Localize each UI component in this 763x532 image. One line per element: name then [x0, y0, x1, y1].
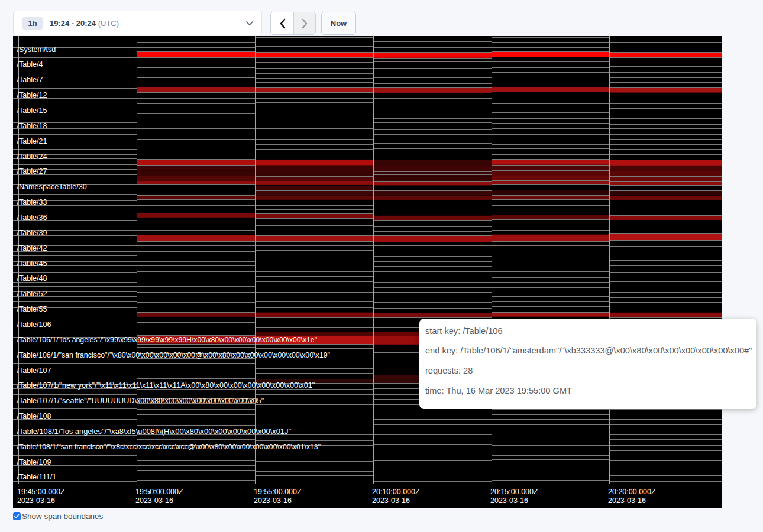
- svg-text:/Table/107/1/"seattle"/"UUUUUU: /Table/107/1/"seattle"/"UUUUUUUD\x00\x80…: [17, 397, 264, 405]
- svg-text:2023-03-16: 2023-03-16: [608, 497, 646, 505]
- svg-text:2023-03-16: 2023-03-16: [490, 497, 528, 505]
- svg-text:/Table/107/1/"new york"/"\x11\: /Table/107/1/"new york"/"\x11\x11\x11\x1…: [17, 381, 315, 390]
- svg-text:19:50:00.000Z: 19:50:00.000Z: [135, 488, 183, 496]
- svg-text:/NamespaceTable/30: /NamespaceTable/30: [17, 183, 87, 191]
- svg-text:20:15:00.000Z: 20:15:00.000Z: [490, 488, 538, 496]
- svg-text:/Table/33: /Table/33: [17, 198, 47, 206]
- svg-text:/Table/48: /Table/48: [17, 274, 47, 283]
- svg-text:/System/tsd: /System/tsd: [17, 46, 56, 54]
- svg-text:/Table/7: /Table/7: [17, 76, 43, 84]
- svg-text:/Table/39: /Table/39: [17, 229, 47, 237]
- svg-text:/Table/45: /Table/45: [17, 259, 47, 268]
- svg-text:19:55:00.000Z: 19:55:00.000Z: [254, 488, 302, 496]
- svg-text:/Table/24: /Table/24: [17, 153, 47, 161]
- svg-text:/Table/108: /Table/108: [17, 412, 51, 420]
- svg-text:/Table/106/1/"los angeles"/"\x: /Table/106/1/"los angeles"/"\x99\x99\x99…: [17, 336, 318, 344]
- svg-text:2023-03-16: 2023-03-16: [254, 497, 292, 505]
- svg-text:/Table/18: /Table/18: [17, 122, 47, 130]
- svg-text:20:10:00.000Z: 20:10:00.000Z: [372, 488, 420, 496]
- svg-text:2023-03-16: 2023-03-16: [17, 497, 55, 505]
- svg-text:20:20:00.000Z: 20:20:00.000Z: [608, 488, 656, 496]
- svg-text:19:45:00.000Z: 19:45:00.000Z: [17, 488, 65, 496]
- svg-text:/Table/27: /Table/27: [17, 167, 47, 176]
- svg-text:/Table/52: /Table/52: [17, 290, 47, 298]
- svg-text:/Table/55: /Table/55: [17, 305, 47, 313]
- svg-text:/Table/106: /Table/106: [17, 320, 51, 329]
- svg-text:/Table/21: /Table/21: [17, 137, 47, 145]
- svg-text:/Table/108/1/"los angeles"/"\x: /Table/108/1/"los angeles"/"\xa8\xf5\u00…: [17, 427, 292, 436]
- svg-text:/Table/106/1/"san francisco"/": /Table/106/1/"san francisco"/"\x80\x00\x…: [17, 351, 331, 359]
- svg-text:/Table/4: /Table/4: [17, 60, 43, 69]
- svg-text:/Table/109: /Table/109: [17, 458, 51, 466]
- svg-text:2023-03-16: 2023-03-16: [372, 497, 410, 505]
- svg-text:/Table/12: /Table/12: [17, 91, 47, 99]
- svg-text:/Table/107: /Table/107: [17, 366, 51, 375]
- svg-text:/Table/42: /Table/42: [17, 244, 47, 252]
- svg-text:/Table/36: /Table/36: [17, 213, 47, 222]
- svg-text:2023-03-16: 2023-03-16: [135, 497, 173, 505]
- svg-text:/Table/111/1: /Table/111/1: [17, 473, 57, 481]
- svg-text:/Table/15: /Table/15: [17, 106, 47, 115]
- svg-text:/Table/108/1/"san francisco"/": /Table/108/1/"san francisco"/"\x8c\xcc\x…: [17, 443, 321, 451]
